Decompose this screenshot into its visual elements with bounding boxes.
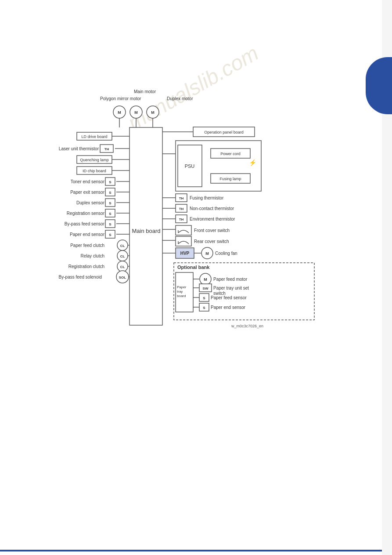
svg-rect-103 bbox=[174, 263, 314, 320]
svg-text:Optional bank: Optional bank bbox=[177, 265, 210, 270]
svg-text:M: M bbox=[204, 277, 207, 282]
svg-text:ID chip board: ID chip board bbox=[83, 169, 106, 173]
svg-text:Paper tray unit set: Paper tray unit set bbox=[213, 286, 249, 290]
svg-text:Non-contact thermistor: Non-contact thermistor bbox=[190, 206, 234, 211]
svg-text:Cooling fan: Cooling fan bbox=[215, 251, 237, 256]
svg-text:S: S bbox=[203, 306, 205, 310]
main-motor-label: Main motor bbox=[134, 89, 156, 94]
svg-text:M: M bbox=[118, 110, 121, 115]
svg-text:Fusing lamp: Fusing lamp bbox=[219, 177, 241, 181]
svg-text:Power cord: Power cord bbox=[220, 152, 241, 156]
svg-text:tray: tray bbox=[177, 290, 183, 294]
svg-text:TH: TH bbox=[104, 147, 109, 151]
svg-text:LD drive board: LD drive board bbox=[81, 134, 107, 139]
svg-text:HVP: HVP bbox=[180, 251, 190, 256]
svg-text:CL: CL bbox=[120, 265, 125, 269]
svg-text:Fusing thermistor: Fusing thermistor bbox=[190, 196, 224, 200]
svg-text:By-pass feed sensor: By-pass feed sensor bbox=[65, 221, 105, 226]
svg-text:Registration clutch: Registration clutch bbox=[68, 264, 104, 269]
svg-text:Paper end sensor: Paper end sensor bbox=[70, 232, 105, 237]
svg-text:Relay clutch: Relay clutch bbox=[81, 254, 104, 258]
svg-text:CL: CL bbox=[120, 254, 125, 258]
svg-text:M: M bbox=[205, 251, 209, 256]
svg-text:S: S bbox=[109, 222, 111, 226]
svg-text:Environment thermistor: Environment thermistor bbox=[190, 217, 235, 221]
svg-text:board: board bbox=[177, 294, 186, 298]
svg-text:CL: CL bbox=[120, 244, 125, 248]
svg-text:Paper: Paper bbox=[177, 285, 187, 289]
svg-rect-9 bbox=[129, 127, 162, 325]
svg-text:Paper exit sensor: Paper exit sensor bbox=[70, 190, 104, 195]
svg-text:S: S bbox=[109, 180, 111, 184]
polygon-motor-label: Polygon mirror motor bbox=[100, 96, 141, 101]
svg-text:Duplex sensor: Duplex sensor bbox=[76, 200, 105, 205]
svg-text:S: S bbox=[203, 296, 205, 300]
svg-text:Toner end sensor: Toner end sensor bbox=[71, 179, 105, 184]
svg-text:TH: TH bbox=[179, 207, 184, 211]
svg-text:Quenching lamp: Quenching lamp bbox=[80, 158, 109, 162]
svg-text:S: S bbox=[109, 233, 111, 237]
svg-text:Operation panel board: Operation panel board bbox=[204, 130, 244, 134]
svg-text:PSU: PSU bbox=[185, 163, 195, 169]
svg-text:Rear cover switch: Rear cover switch bbox=[194, 239, 229, 244]
svg-text:w_m0c3c7026_en: w_m0c3c7026_en bbox=[231, 324, 263, 328]
svg-text:TH: TH bbox=[179, 218, 184, 221]
bottom-bar bbox=[0, 550, 382, 551]
svg-text:SOL: SOL bbox=[119, 276, 126, 279]
svg-text:Paper end sensor: Paper end sensor bbox=[211, 305, 246, 310]
svg-text:TH: TH bbox=[179, 196, 184, 200]
svg-text:Front cover switch: Front cover switch bbox=[194, 228, 230, 233]
svg-text:Main board: Main board bbox=[132, 228, 160, 234]
svg-text:S: S bbox=[109, 212, 111, 216]
svg-text:M: M bbox=[134, 110, 138, 115]
svg-text:Paper feed motor: Paper feed motor bbox=[213, 277, 248, 282]
svg-text:Paper feed clutch: Paper feed clutch bbox=[70, 243, 104, 248]
svg-text:⚡: ⚡ bbox=[249, 159, 257, 167]
svg-text:S: S bbox=[109, 191, 111, 195]
svg-text:S: S bbox=[109, 201, 111, 205]
diagram-svg: Main motor Polygon mirror motor Duplex m… bbox=[35, 88, 351, 338]
svg-text:Registration sensor: Registration sensor bbox=[67, 211, 105, 216]
svg-text:Laser unit thermistor: Laser unit thermistor bbox=[59, 146, 99, 151]
svg-text:SW: SW bbox=[203, 287, 209, 290]
svg-text:By-pass feed solenoid: By-pass feed solenoid bbox=[59, 275, 102, 279]
duplex-motor-label: Duplex motor bbox=[167, 96, 193, 101]
svg-text:M: M bbox=[151, 110, 155, 115]
svg-text:Paper feed sensor: Paper feed sensor bbox=[211, 295, 247, 300]
